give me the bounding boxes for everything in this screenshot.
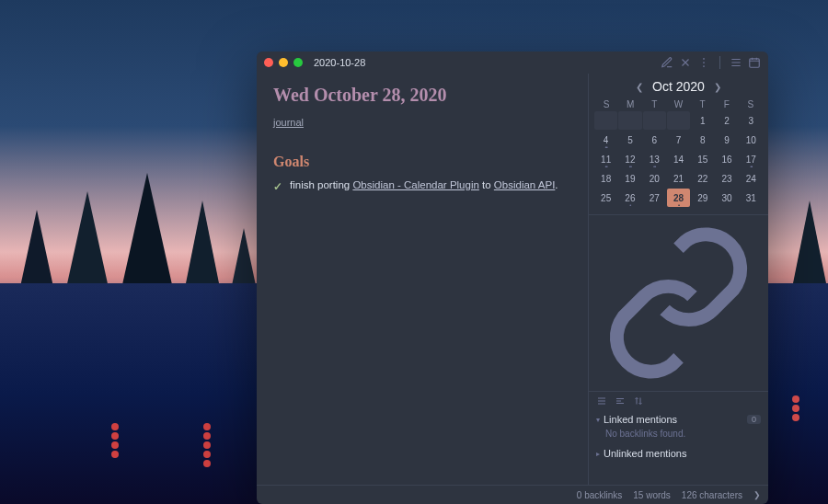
calendar-day-5[interactable]: 5 <box>618 131 641 149</box>
chevron-down-icon: ▾ <box>596 416 600 424</box>
calendar-day-30[interactable]: 30 <box>715 189 738 207</box>
right-sidebar: ❮ Oct 2020 ❯ SMTWTFS 1234••567891011••12… <box>588 74 768 485</box>
sidebar-toggle-icon[interactable]: ❯ <box>753 490 761 499</box>
tag-link-journal[interactable]: journal <box>273 117 304 128</box>
svg-point-0 <box>703 58 705 60</box>
calendar-day-1[interactable]: 1 <box>691 111 714 130</box>
calendar-day-27[interactable]: 27 <box>643 189 666 207</box>
calendar-day-15[interactable]: 15 <box>691 150 714 168</box>
calendar-day-10[interactable]: 10 <box>740 131 763 149</box>
status-chars[interactable]: 126 characters <box>682 490 742 500</box>
unlinked-mentions-header[interactable]: ▸ Unlinked mentions <box>589 444 768 463</box>
dow-cell: W <box>666 99 690 109</box>
calendar-grid: 1234••567891011••12••13••14151617••18192… <box>594 111 763 207</box>
calendar-month-label[interactable]: Oct 2020 <box>652 79 705 94</box>
linked-empty-text: No backlinks found. <box>589 429 768 444</box>
linked-mentions-header[interactable]: ▾ Linked mentions 0 <box>589 410 768 429</box>
traffic-light-close[interactable] <box>264 58 273 67</box>
calendar-day-22[interactable]: 22 <box>691 169 714 188</box>
calendar-pad <box>618 111 641 130</box>
calendar-day-26[interactable]: 26• <box>618 189 641 207</box>
link-pane-icon[interactable] <box>589 215 768 391</box>
app-window: 2020-10-28 Wed October 28, 2020 journal … <box>257 52 768 504</box>
task-item[interactable]: ✓ finish porting Obsidian - Calendar Plu… <box>273 179 571 193</box>
dow-cell: F <box>715 99 739 109</box>
dow-cell: T <box>642 99 666 109</box>
calendar-day-2[interactable]: 2 <box>715 111 738 130</box>
titlebar: 2020-10-28 <box>257 52 768 74</box>
chevron-right-icon: ▸ <box>596 450 600 458</box>
dow-cell: S <box>739 99 763 109</box>
calendar-day-4[interactable]: 4•• <box>594 131 617 149</box>
svg-point-1 <box>703 62 705 63</box>
note-heading: Wed October 28, 2020 <box>273 85 571 106</box>
calendar-prev-icon[interactable]: ❮ <box>636 82 643 92</box>
calendar-day-14[interactable]: 14 <box>667 150 690 168</box>
calendar-next-icon[interactable]: ❯ <box>714 82 721 92</box>
calendar-icon[interactable] <box>748 56 761 69</box>
calendar-day-24[interactable]: 24 <box>740 169 763 188</box>
dow-cell: T <box>691 99 715 109</box>
collapse-results-icon[interactable] <box>596 395 607 407</box>
edit-icon[interactable] <box>661 56 673 69</box>
close-tab-icon[interactable] <box>679 56 692 69</box>
calendar-day-20[interactable]: 20 <box>643 169 666 188</box>
calendar-day-6[interactable]: 6 <box>643 131 666 149</box>
calendar-day-31[interactable]: 31 <box>740 189 763 207</box>
more-icon[interactable] <box>697 56 710 69</box>
dow-cell: M <box>618 99 642 109</box>
calendar-pad <box>667 111 690 130</box>
goals-heading: Goals <box>273 154 571 170</box>
check-icon[interactable]: ✓ <box>273 180 282 193</box>
calendar-day-25[interactable]: 25 <box>594 189 617 207</box>
calendar-pad <box>594 111 617 130</box>
linked-count-badge: 0 <box>747 415 761 424</box>
calendar-day-8[interactable]: 8 <box>691 131 714 149</box>
traffic-light-zoom[interactable] <box>293 58 303 67</box>
backlinks-toolbar <box>589 392 768 410</box>
calendar-day-7[interactable]: 7 <box>667 131 690 149</box>
calendar-pad <box>643 111 666 130</box>
calendar-day-23[interactable]: 23 <box>715 169 738 188</box>
calendar-day-28[interactable]: 28• <box>667 189 690 207</box>
status-backlinks[interactable]: 0 backlinks <box>577 490 622 500</box>
calendar-dow-row: SMTWTFS <box>594 99 763 109</box>
calendar-day-12[interactable]: 12•• <box>618 150 641 168</box>
svg-point-2 <box>703 65 705 67</box>
calendar-day-11[interactable]: 11•• <box>594 150 617 168</box>
status-bar: 0 backlinks 15 words 126 characters ❯ <box>257 485 768 504</box>
link-calendar-plugin[interactable]: Obsidian - Calendar Plugin <box>352 179 478 190</box>
calendar-day-18[interactable]: 18 <box>594 169 617 188</box>
sort-icon[interactable] <box>633 395 644 407</box>
calendar-day-17[interactable]: 17•• <box>740 150 763 168</box>
dow-cell: S <box>594 99 618 109</box>
link-obsidian-api[interactable]: Obsidian API <box>494 179 555 190</box>
window-title: 2020-10-28 <box>314 57 365 68</box>
calendar-widget: ❮ Oct 2020 ❯ SMTWTFS 1234••567891011••12… <box>589 74 768 214</box>
calendar-day-9[interactable]: 9 <box>715 131 738 149</box>
collapse-icon[interactable] <box>730 56 742 69</box>
calendar-day-19[interactable]: 19 <box>618 169 641 188</box>
show-context-icon[interactable] <box>615 395 626 407</box>
calendar-day-21[interactable]: 21 <box>667 169 690 188</box>
status-words[interactable]: 15 words <box>633 490 671 500</box>
calendar-day-3[interactable]: 3 <box>740 111 763 130</box>
task-text: finish porting Obsidian - Calendar Plugi… <box>290 179 558 190</box>
calendar-day-16[interactable]: 16 <box>715 150 738 168</box>
calendar-day-13[interactable]: 13•• <box>643 150 666 168</box>
calendar-day-29[interactable]: 29 <box>691 189 714 207</box>
traffic-light-minimize[interactable] <box>279 58 288 67</box>
svg-rect-3 <box>750 59 760 67</box>
editor-pane[interactable]: Wed October 28, 2020 journal Goals ✓ fin… <box>257 74 588 485</box>
